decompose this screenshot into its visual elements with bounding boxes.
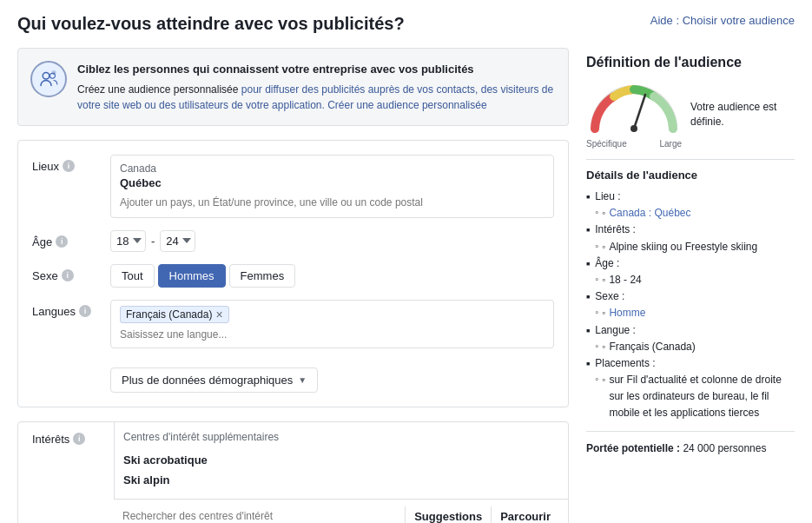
demo-button[interactable]: Plus de données démographiques ▼ [110, 367, 318, 393]
svg-text:+: + [53, 70, 56, 76]
lieux-label: Lieux i [32, 155, 110, 173]
detail-langue-value: ◦ Français (Canada) [595, 339, 696, 355]
gauge-container: Spécifique Large Votre audience est défi… [586, 81, 795, 149]
age-max-select[interactable]: 18192021222324253035404550556065 [160, 230, 195, 252]
demo-row: Plus de données démographiques ▼ [110, 361, 554, 393]
portee: Portée potentielle : 24 000 personnes [586, 442, 795, 454]
langue-tag: Français (Canada) × [120, 306, 229, 323]
detail-placements-value: ◦ sur Fil d'actualité et colonne de droi… [595, 372, 795, 422]
location-region: Québec [120, 176, 545, 189]
gender-tout-button[interactable]: Tout [110, 264, 155, 288]
age-info-icon[interactable]: i [56, 235, 68, 248]
detail-langue-label: Langue : ◦ Français (Canada) [595, 322, 696, 355]
sexe-label: Sexe i [32, 264, 110, 282]
info-link2[interactable]: Créer une audience personnalisée [327, 99, 486, 111]
interests-section: Intérêts i Centres d'intérêt supplémenta… [17, 421, 569, 524]
detail-placements-label: Placements : ◦ sur Fil d'actualité et co… [595, 355, 795, 422]
langue-input[interactable] [120, 327, 545, 342]
help-link[interactable]: Aide : Choisir votre audience [650, 14, 795, 27]
detail-langue: Langue : ◦ Français (Canada) [586, 322, 795, 355]
audience-form: Lieux i Canada Québec Âge [17, 140, 569, 407]
detail-lieu: Lieu : ◦ Canada : Québec [586, 189, 795, 222]
detail-lieu-label: Lieu : ◦ Canada : Québec [595, 189, 690, 222]
gauge-svg [586, 81, 682, 135]
langue-tag-close-icon[interactable]: × [215, 308, 222, 321]
gender-hommes-button[interactable]: Hommes [158, 264, 226, 288]
info-desc: Créez une audience personnalisée pour di… [77, 83, 553, 111]
separator [586, 159, 795, 160]
interests-box: Centres d'intérêt supplémentaires Ski ac… [114, 422, 568, 499]
audience-def-title: Définition de l'audience [586, 55, 795, 70]
location-box: Canada Québec [110, 155, 554, 218]
sexe-info-icon[interactable]: i [62, 269, 74, 281]
portee-value: 24 000 personnes [683, 442, 766, 454]
gauge-large-label: Large [659, 139, 682, 149]
gauge-specific-label: Spécifique [586, 139, 627, 149]
detail-age-value: ◦ 18 - 24 [595, 272, 642, 288]
audience-definition: Définition de l'audience [586, 48, 795, 461]
info-text: Ciblez les personnes qui connaissent vot… [77, 61, 556, 113]
gauge-labels: Spécifique Large [586, 139, 682, 149]
portee-label: Portée potentielle : [586, 442, 680, 454]
interests-search-input[interactable] [122, 510, 405, 522]
location-country: Canada [120, 162, 545, 175]
gauge-wrap: Spécifique Large [586, 81, 682, 149]
detail-sexe-label: Sexe : ◦ Homme [595, 288, 645, 321]
detail-interets-value: ◦ Alpine skiing ou Freestyle skiing [595, 239, 757, 255]
langues-label: Langues i [32, 300, 110, 318]
audience-icon: + [30, 61, 67, 97]
parcourir-button[interactable]: Parcourir [491, 506, 559, 524]
age-min-select[interactable]: 18192021222324253035404550556065 [110, 230, 146, 252]
location-input[interactable] [120, 195, 545, 210]
detail-interets: Intérêts : ◦ Alpine skiing ou Freestyle … [586, 222, 795, 255]
langues-row: Langues i Français (Canada) × [32, 300, 554, 348]
detail-placements: Placements : ◦ sur Fil d'actualité et co… [586, 355, 795, 422]
page-header: Qui voulez-vous atteindre avec vos publi… [17, 14, 795, 34]
age-label: Âge i [32, 230, 110, 248]
langues-info-icon[interactable]: i [79, 305, 91, 317]
langues-control: Français (Canada) × [110, 300, 554, 348]
gender-femmes-button[interactable]: Femmes [229, 264, 296, 288]
sexe-control: Tout Hommes Femmes [110, 264, 554, 288]
detail-sexe-value: ◦ Homme [595, 305, 645, 321]
details-title: Détails de l'audience [586, 169, 795, 182]
svg-line-4 [634, 95, 645, 129]
details-list: Lieu : ◦ Canada : Québec Intérêts : [586, 189, 795, 422]
interests-label: Intérêts i [32, 433, 103, 446]
lieux-control: Canada Québec [110, 155, 554, 218]
detail-interets-label: Intérêts : ◦ Alpine skiing ou Freestyle … [595, 222, 757, 255]
info-box: + Ciblez les personnes qui connaissent v… [17, 48, 569, 126]
suggestions-button[interactable]: Suggestions [405, 506, 491, 524]
left-panel: + Ciblez les personnes qui connaissent v… [17, 48, 569, 523]
gender-buttons: Tout Hommes Femmes [110, 264, 554, 288]
info-title: Ciblez les personnes qui connaissent vot… [77, 61, 556, 78]
separator2 [586, 431, 795, 432]
sexe-row: Sexe i Tout Hommes Femmes [32, 264, 554, 288]
svg-point-5 [630, 125, 637, 132]
detail-age-label: Âge : ◦ 18 - 24 [595, 255, 642, 288]
audience-svg: + [38, 69, 59, 89]
interests-label-col: Intérêts i [18, 422, 114, 524]
age-row: Âge i 18192021222324253035404550556065 -… [32, 230, 554, 252]
demo-chevron-icon: ▼ [298, 375, 307, 385]
langue-tag-value: Français (Canada) [126, 308, 212, 321]
detail-age: Âge : ◦ 18 - 24 [586, 255, 795, 288]
interests-actions: Suggestions Parcourir [405, 506, 559, 524]
langue-box: Français (Canada) × [110, 300, 554, 348]
detail-lieu-value: ◦ Canada : Québec [595, 205, 690, 222]
right-panel: Définition de l'audience [586, 48, 795, 523]
interests-info-icon[interactable]: i [73, 433, 85, 445]
detail-sexe: Sexe : ◦ Homme [586, 288, 795, 321]
interests-footer: Suggestions Parcourir [114, 499, 568, 524]
page-title: Qui voulez-vous atteindre avec vos publi… [17, 14, 405, 34]
lieux-info-icon[interactable]: i [63, 160, 75, 172]
interest-item-2: Ski alpin [123, 470, 559, 490]
interests-inner: Intérêts i Centres d'intérêt supplémenta… [18, 422, 568, 524]
svg-point-0 [43, 73, 50, 80]
interests-header: Centres d'intérêt supplémentaires [123, 431, 559, 443]
demo-button-label: Plus de données démographiques [122, 374, 293, 387]
age-separator: - [151, 235, 155, 248]
gauge-label: Votre audience est définie. [690, 100, 795, 129]
main-content: + Ciblez les personnes qui connaissent v… [17, 48, 795, 523]
interests-content-col: Centres d'intérêt supplémentaires Ski ac… [114, 422, 568, 524]
